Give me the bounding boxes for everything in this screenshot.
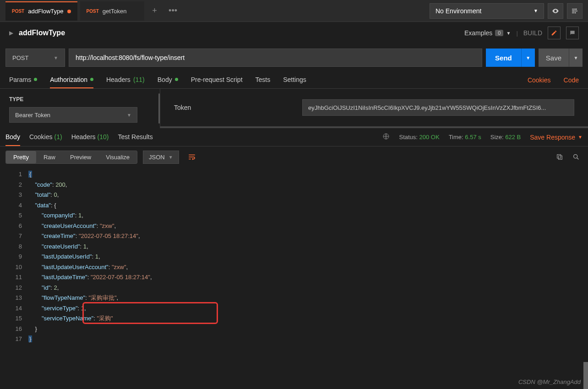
tab-more-button[interactable]: ••• [165, 3, 181, 19]
tab-params[interactable]: Params [9, 71, 37, 88]
view-mode-tabs: Pretty Raw Preview Visualize [5, 151, 137, 164]
send-button[interactable]: Send ▼ [486, 49, 535, 67]
save-split[interactable]: ▼ [569, 49, 583, 67]
view-bar: Pretty Raw Preview Visualize JSON ▼ [0, 146, 588, 167]
wrap-lines-button[interactable] [185, 150, 199, 164]
examples-dropdown[interactable]: Examples 0 ▼ [464, 29, 511, 37]
code-link[interactable]: Code [564, 76, 579, 84]
search-icon [572, 153, 580, 161]
top-bar: POST addFlowType POST getToken + ••• No … [0, 0, 588, 22]
code-content: { "code": 200, "total": 0, "data": { "co… [28, 169, 588, 345]
tab-gettoken[interactable]: POST getToken [80, 1, 144, 21]
tab-body[interactable]: Body [158, 71, 178, 88]
environment-select[interactable]: No Environment ▼ [430, 3, 544, 19]
comment-button[interactable] [566, 27, 579, 39]
resp-tab-testresults[interactable]: Test Results [118, 128, 152, 146]
resp-tab-body[interactable]: Body [5, 128, 20, 146]
time-info: Time: 6.57 s [449, 134, 481, 140]
request-tabs: Params Authorization Headers(11) Body Pr… [0, 71, 588, 89]
token-input[interactable] [302, 99, 574, 116]
token-label: Token [174, 104, 284, 111]
wrap-icon [188, 153, 196, 161]
tab-addflowtype[interactable]: POST addFlowType [5, 1, 77, 21]
network-icon[interactable] [382, 133, 390, 141]
search-button[interactable] [570, 151, 583, 163]
tab-label: addFlowType [28, 8, 63, 15]
copy-icon [556, 153, 563, 161]
build-label: BUILD [523, 29, 542, 37]
save-button[interactable]: Save ▼ [539, 49, 583, 67]
tab-tests[interactable]: Tests [256, 71, 271, 88]
tabs-area: POST addFlowType POST getToken + ••• [5, 0, 426, 22]
watermark: CSDN @Mr_ZhangAdd [518, 378, 581, 385]
auth-type-panel: TYPE Bearer Token ▼ [0, 89, 160, 128]
caret-down-icon: ▼ [506, 31, 511, 36]
save-response-button[interactable]: Save Response ▼ [530, 134, 583, 141]
tab-headers[interactable]: Headers(11) [106, 71, 145, 88]
tab-authorization[interactable]: Authorization [50, 71, 93, 88]
response-body[interactable]: 1234567891011121314151617 { "code": 200,… [0, 167, 588, 354]
new-tab-button[interactable]: + [147, 3, 163, 19]
active-dot-icon [175, 78, 178, 81]
env-quicklook-button[interactable] [548, 3, 563, 19]
caret-down-icon: ▼ [54, 55, 58, 60]
size-info: Size: 622 B [490, 134, 521, 140]
auth-type-label: TYPE [9, 96, 151, 103]
method-select[interactable]: POST ▼ [5, 49, 65, 67]
tab-method: POST [87, 9, 99, 14]
svg-point-1 [572, 10, 574, 11]
caret-down-icon: ▼ [169, 155, 173, 160]
method-value: POST [12, 54, 28, 61]
active-dot-icon [90, 78, 93, 81]
copy-button[interactable] [553, 151, 566, 163]
active-dot-icon [34, 78, 37, 81]
response-tabs: Body Cookies (1) Headers (10) Test Resul… [0, 128, 588, 146]
scrollbar[interactable] [583, 362, 588, 389]
eye-icon [552, 7, 559, 15]
url-bar: POST ▼ Send ▼ Save ▼ [0, 44, 588, 71]
environment-label: No Environment [436, 7, 481, 15]
send-split[interactable]: ▼ [521, 49, 535, 67]
sliders-icon [571, 7, 578, 15]
caret-down-icon: ▼ [534, 8, 538, 13]
request-header: ▶ addFlowType Examples 0 ▼ | BUILD [0, 22, 588, 44]
expand-toggle[interactable]: ▶ [9, 30, 13, 36]
caret-down-icon: ▼ [127, 113, 131, 118]
edit-button[interactable] [548, 27, 561, 39]
svg-point-6 [574, 155, 577, 158]
url-input[interactable] [69, 49, 482, 67]
cookies-link[interactable]: Cookies [528, 76, 551, 84]
request-name: addFlowType [19, 29, 65, 37]
dirty-dot-icon [67, 10, 71, 13]
resp-tab-headers[interactable]: Headers (10) [71, 128, 109, 146]
resp-tab-cookies[interactable]: Cookies (1) [29, 128, 62, 146]
auth-type-select[interactable]: Bearer Token ▼ [9, 107, 137, 123]
view-preview[interactable]: Preview [63, 151, 98, 163]
tab-settings[interactable]: Settings [283, 71, 306, 88]
tab-prerequest[interactable]: Pre-request Script [191, 71, 243, 88]
tab-label: getToken [103, 8, 127, 15]
svg-point-2 [575, 12, 576, 13]
status-info: Status: 200 OK [399, 134, 439, 140]
view-pretty[interactable]: Pretty [6, 151, 36, 163]
settings-button[interactable] [567, 3, 583, 19]
format-select[interactable]: JSON ▼ [143, 151, 179, 164]
tab-method: POST [12, 9, 24, 14]
line-gutter: 1234567891011121314151617 [0, 169, 28, 345]
view-visualize[interactable]: Visualize [98, 151, 137, 163]
auth-panel: TYPE Bearer Token ▼ Token [0, 89, 588, 128]
auth-token-panel: Token [160, 89, 588, 128]
svg-point-0 [576, 8, 577, 10]
svg-rect-4 [558, 156, 562, 159]
examples-count: 0 [495, 30, 503, 36]
svg-rect-5 [557, 155, 561, 158]
view-raw[interactable]: Raw [36, 151, 63, 163]
